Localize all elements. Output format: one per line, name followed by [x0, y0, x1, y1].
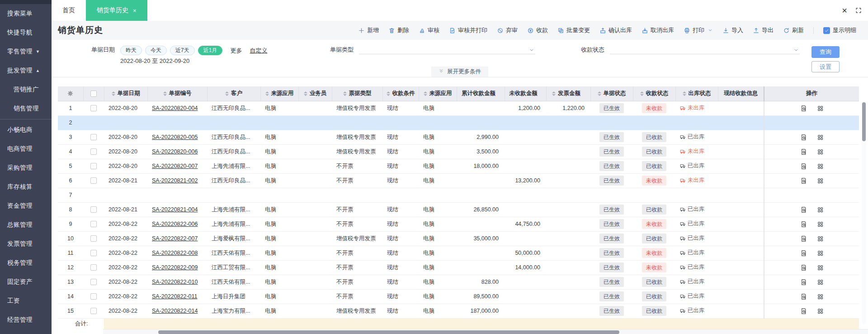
view-detail-icon[interactable] [800, 221, 807, 228]
row-checkbox[interactable] [90, 105, 97, 111]
sort-icon[interactable] [552, 91, 556, 96]
col-header-pay_status[interactable]: 收款状态 [633, 86, 675, 101]
table-row[interactable]: 7 [58, 188, 859, 202]
doc-code-link[interactable]: SA-20220820-005 [152, 134, 198, 140]
view-detail-icon[interactable] [800, 177, 807, 184]
sidebar-item-fixed-assets[interactable]: 固定资产 [0, 272, 52, 291]
table-row[interactable]: 132022-08-22SA-20220822-010江西天佑有限...电脑不开… [58, 275, 859, 289]
doc-code-link[interactable]: SA-20220822-006 [152, 221, 198, 227]
sidebar-item-ecommerce-mgmt[interactable]: 电商管理 [0, 139, 52, 158]
col-header-invoice[interactable]: 发票金额 [546, 86, 590, 101]
view-detail-icon[interactable] [800, 293, 807, 300]
query-button[interactable]: 查询 [811, 46, 840, 58]
confirm-outbound-button[interactable]: 确认出库 [599, 26, 632, 34]
row-checkbox[interactable] [90, 134, 97, 140]
fullscreen-icon[interactable] [855, 7, 862, 14]
add-button[interactable]: 新增 [358, 26, 379, 34]
sidebar-item-search-menu[interactable]: 搜索菜单 [0, 4, 52, 23]
sidebar-item-inventory-accounting[interactable]: 库存核算 [0, 177, 52, 196]
doc-code-link[interactable]: SA-20220822-009 [152, 264, 198, 271]
settings-button[interactable]: 设置 [811, 61, 840, 72]
more-actions-icon[interactable] [817, 264, 824, 271]
sort-icon[interactable] [343, 91, 347, 96]
unaudit-button[interactable]: 弃审 [497, 26, 518, 34]
more-actions-icon[interactable] [817, 177, 824, 184]
show-detail-checkbox[interactable]: 显示明细 [823, 26, 856, 34]
more-actions-icon[interactable] [817, 250, 824, 257]
doc-type-select[interactable] [359, 46, 535, 54]
row-checkbox[interactable] [90, 163, 97, 169]
sort-icon[interactable] [225, 91, 229, 96]
row-checkbox[interactable] [90, 148, 97, 155]
row-checkbox[interactable] [90, 293, 97, 300]
col-header-source[interactable]: 来源应用 [260, 86, 298, 101]
col-header-doc_status[interactable]: 单据状态 [590, 86, 633, 101]
date-quick-pill-3[interactable]: 近1月 [198, 46, 223, 55]
col-header-ship_status[interactable]: 出库状态 [675, 86, 718, 101]
delete-button[interactable]: 删除 [388, 26, 409, 34]
more-actions-icon[interactable] [817, 293, 824, 300]
sort-icon[interactable] [683, 91, 686, 96]
view-detail-icon[interactable] [800, 105, 807, 112]
audit-button[interactable]: 审核 [419, 26, 439, 34]
row-checkbox[interactable] [90, 264, 97, 271]
doc-code-link[interactable]: SA-20220820-004 [152, 105, 198, 111]
vertical-scrollbar-thumb[interactable] [862, 102, 866, 141]
import-button[interactable]: 导入 [722, 26, 743, 34]
table-row[interactable]: 12022-08-20SA-20220820-004江西无印良品...电脑增值税… [58, 101, 859, 115]
doc-code-link[interactable]: SA-20220820-007 [152, 163, 198, 169]
audit-print-button[interactable]: 审核并打印 [449, 26, 487, 34]
view-detail-icon[interactable] [800, 279, 807, 286]
sidebar-item-quick-nav[interactable]: 快捷导航 [0, 23, 52, 42]
horizontal-scrollbar[interactable] [103, 329, 868, 334]
sidebar-item-retail-mgmt[interactable]: 零售管理▼ [0, 42, 52, 61]
date-custom-link[interactable]: 自定义 [250, 47, 267, 55]
export-button[interactable]: 导出 [753, 26, 774, 34]
col-header-date[interactable]: 单据日期 [104, 86, 147, 101]
view-detail-icon[interactable] [800, 163, 807, 170]
more-actions-icon[interactable] [817, 148, 824, 155]
table-row[interactable]: 142022-08-22SA-20220822-011上海日升集团电脑不开票现结… [58, 289, 859, 304]
more-actions-icon[interactable] [817, 134, 824, 141]
table-row[interactable]: 2 [58, 115, 859, 130]
more-actions-icon[interactable] [817, 163, 824, 170]
col-header-gear[interactable] [58, 86, 83, 101]
more-actions-icon[interactable] [817, 206, 824, 213]
tab-home[interactable]: 首页 [52, 0, 86, 21]
sidebar-item-business-mgmt[interactable]: 经营管理 [0, 310, 52, 329]
horizontal-scrollbar-thumb[interactable] [158, 330, 619, 334]
sort-icon[interactable] [265, 91, 269, 96]
row-checkbox[interactable] [90, 235, 97, 242]
view-detail-icon[interactable] [800, 250, 807, 257]
sidebar-item-payroll[interactable]: 工资 [0, 291, 52, 310]
view-detail-icon[interactable] [800, 264, 807, 271]
table-row[interactable]: 152022-08-22SA-20220822-014上海宝力有限...电脑增值… [58, 304, 859, 318]
pay-status-select[interactable] [610, 46, 800, 54]
collect-payment-button[interactable]: 收款 [527, 26, 548, 34]
row-checkbox[interactable] [90, 206, 97, 213]
select-all-checkbox[interactable] [90, 91, 97, 97]
table-row[interactable]: 42022-08-20SA-20220820-006江西无印良品...电脑增值税… [58, 144, 859, 159]
chevron-down-icon[interactable] [708, 28, 713, 33]
table-row[interactable]: 92022-08-22SA-20220822-006上海先浦有限...电脑不开票… [58, 217, 859, 231]
sort-icon[interactable] [163, 91, 167, 96]
col-header-bill_type[interactable]: 票据类型 [332, 86, 382, 101]
row-checkbox[interactable] [90, 308, 97, 314]
view-detail-icon[interactable] [800, 134, 807, 141]
close-icon[interactable]: × [842, 6, 847, 15]
batch-change-button[interactable]: 批量变更 [557, 26, 590, 34]
sort-icon[interactable] [598, 91, 601, 96]
doc-code-link[interactable]: SA-20220821-002 [152, 177, 198, 184]
doc-code-link[interactable]: SA-20220822-010 [152, 279, 198, 285]
col-header-code[interactable]: 单据编号 [147, 86, 207, 101]
gear-icon[interactable] [67, 90, 74, 97]
col-header-customer[interactable]: 客户 [207, 86, 260, 101]
date-quick-pill-2[interactable]: 近7天 [170, 46, 195, 55]
sidebar-item-wholesale-mgmt[interactable]: 批发管理▲ [0, 61, 52, 80]
col-header-check[interactable] [83, 86, 104, 101]
doc-code-link[interactable]: SA-20220821-004 [152, 206, 198, 213]
refresh-button[interactable]: 刷新 [783, 26, 804, 34]
col-header-source2[interactable]: 来源应用 [419, 86, 457, 101]
sort-icon[interactable] [387, 91, 390, 96]
col-header-pay_cond[interactable]: 收款条件 [382, 86, 419, 101]
